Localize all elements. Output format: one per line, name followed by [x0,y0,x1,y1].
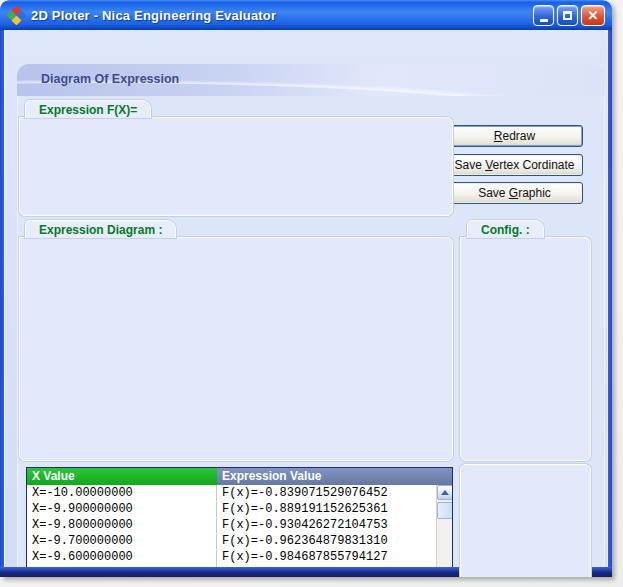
expression-group [19,117,453,216]
values-table: X Value Expression Value X=-10.00000000F… [26,467,453,577]
expression-value-header: Expression Value [217,468,452,485]
x-cell: X=-9.800000000 [27,517,217,533]
fx-cell: F(x)=-0.984687855794127 [217,549,452,565]
x-cell: X=-9.600000000 [27,549,217,565]
scroll-up-button[interactable] [437,485,453,500]
config-group-label: Config. : [467,220,544,238]
fx-cell: F(x)=-0.962364879831310 [217,533,452,549]
summary-group [460,464,591,577]
redraw-button[interactable]: Redraw [446,125,583,147]
table-row[interactable]: X=-9.700000000F(x)=-0.962364879831310 [27,533,452,549]
table-row[interactable]: X=-9.800000000F(x)=-0.930426272104753 [27,517,452,533]
window-border-right [608,30,612,567]
arrow-up-icon [441,490,449,495]
save-graphic-button[interactable]: Save Graphic [446,182,583,204]
table-header-row: X Value Expression Value [27,468,452,485]
diagram-group-label: Expression Diagram : [25,220,176,238]
x-cell: X=-9.700000000 [27,533,217,549]
client-area: Diagram Of Expression Expression F(X)= c… [4,30,608,567]
fx-cell: F(x)=-0.930426272104753 [217,517,452,533]
table-scrollbar[interactable] [436,485,452,577]
close-icon: ✕ [588,9,599,22]
close-button[interactable]: ✕ [581,5,605,26]
fx-cell: F(x)=-0.839071529076452 [217,485,452,501]
app-window: 2D Ploter - Nica Engineering Evaluator ✕… [0,0,612,577]
expression-group-label: Expression F(X)= [25,100,151,118]
maximize-icon [563,11,572,20]
fx-cell: F(x)=-0.889191152625361 [217,501,452,517]
table-row[interactable]: X=-10.00000000F(x)=-0.839071529076452 [27,485,452,501]
save-vertex-cordinate-button[interactable]: Save Vertex Cordinate [446,154,583,176]
x-cell: X=-9.900000000 [27,501,217,517]
diagram-group [19,237,453,461]
config-group [460,237,591,461]
window-title: 2D Ploter - Nica Engineering Evaluator [31,8,276,23]
x-cell: X=-10.00000000 [27,485,217,501]
minimize-button[interactable] [533,5,554,26]
table-row[interactable]: X=-9.900000000F(x)=-0.889191152625361 [27,501,452,517]
minimize-icon [540,19,548,22]
app-icon [8,7,25,24]
page-title: Diagram Of Expression [17,64,605,96]
x-value-header: X Value [27,468,217,485]
scroll-thumb[interactable] [437,502,453,519]
maximize-button[interactable] [557,5,578,26]
table-row[interactable]: X=-9.600000000F(x)=-0.984687855794127 [27,549,452,565]
titlebar[interactable]: 2D Ploter - Nica Engineering Evaluator [0,0,612,30]
